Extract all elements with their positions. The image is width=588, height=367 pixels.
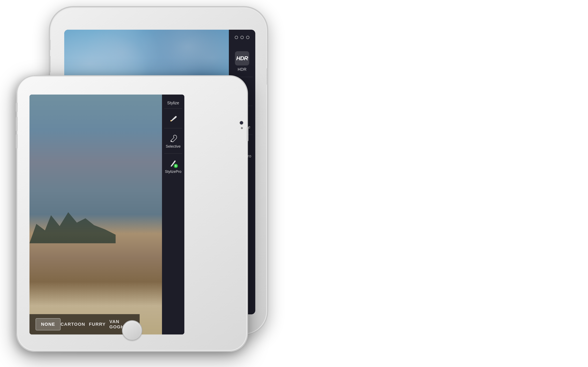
selective-label-small: Selective xyxy=(166,144,180,149)
sidebar-item-hdr-large[interactable]: HDR HDR xyxy=(229,47,255,76)
power-button-small xyxy=(247,127,248,141)
dot-1-large xyxy=(235,36,238,39)
beach-background-small xyxy=(29,95,162,334)
selective-icon-sm xyxy=(168,133,178,143)
dot-3-large xyxy=(246,36,249,39)
flash-small xyxy=(241,127,243,129)
filter-none-small[interactable]: NONE xyxy=(36,318,61,330)
stylize-icon-sm xyxy=(168,113,178,123)
sidebar-item-stylize-small[interactable] xyxy=(162,110,184,127)
stylizepro-icon-sm: $ xyxy=(168,158,178,168)
hdr-icon-text: HDR xyxy=(236,55,248,62)
pro-badge-small: $ xyxy=(174,164,178,168)
sidebar-item-selective-small[interactable]: Selective xyxy=(162,129,184,152)
sep-0-small xyxy=(164,108,182,108)
small-screen-content: NONE CARTOON FURRY VAN GOGH xyxy=(29,95,184,334)
brush-icon-small xyxy=(169,114,178,123)
volume-up-small xyxy=(16,117,17,131)
sidebar-small: Stylize xyxy=(162,95,184,334)
mute-switch-large xyxy=(48,40,50,50)
volume-up-large xyxy=(48,56,50,72)
eyedropper-icon-small xyxy=(169,133,178,142)
stylize-top-label-small: Stylize xyxy=(167,99,179,105)
sep-1-small xyxy=(164,128,182,128)
stylizepro-label-small: StylizePro xyxy=(165,170,181,174)
camera-back-small xyxy=(240,121,243,125)
svg-point-2 xyxy=(170,120,172,121)
hdr-label-large: HDR xyxy=(237,67,246,72)
home-button-small[interactable] xyxy=(122,320,142,341)
sidebar-dots-large xyxy=(235,36,249,39)
filter-cartoon-small[interactable]: CARTOON xyxy=(61,318,85,330)
small-phone-body: NONE CARTOON FURRY VAN GOGH xyxy=(16,75,248,352)
sidebar-item-stylizepro-small[interactable]: $ StylizePro xyxy=(162,155,184,177)
small-phone: NONE CARTOON FURRY VAN GOGH xyxy=(16,75,248,352)
hdr-icon-box: HDR xyxy=(235,51,249,66)
dot-2-large xyxy=(240,36,244,39)
power-button-large xyxy=(267,68,269,84)
filter-furry-small[interactable]: FURRY xyxy=(85,318,109,330)
beach-scene-small: NONE CARTOON FURRY VAN GOGH xyxy=(29,95,162,334)
mute-switch-small xyxy=(16,103,17,112)
small-phone-screen: NONE CARTOON FURRY VAN GOGH xyxy=(29,95,184,334)
volume-down-small xyxy=(16,134,17,149)
